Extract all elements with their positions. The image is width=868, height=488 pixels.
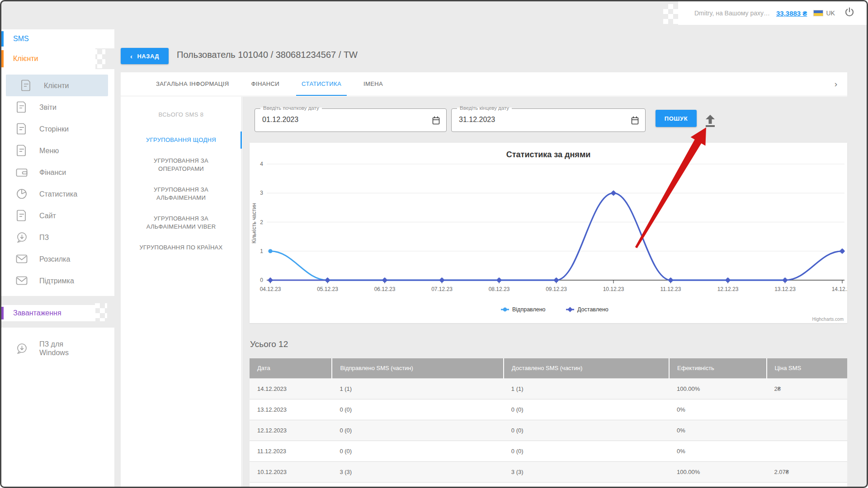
sidebar-item-пз[interactable]: ПЗ: [1, 226, 114, 248]
data-point: [725, 277, 731, 283]
table-cell: 0 (0): [504, 420, 669, 441]
tab-статистика[interactable]: СТАТИСТИКА: [296, 72, 347, 96]
language-switcher[interactable]: UK: [813, 9, 835, 17]
legend-label[interactable]: Відправлено: [512, 306, 546, 313]
sidebar-section-downloads[interactable]: Завантаження: [1, 305, 95, 321]
export-upload-icon[interactable]: [704, 113, 716, 130]
column-header: Доставлено SMS (частин): [504, 358, 669, 378]
clients-accent-bar: [1, 50, 4, 67]
chevron-left-icon: ‹: [130, 52, 133, 60]
x-tick-label: 06.12.23: [374, 286, 396, 292]
submenu-item[interactable]: УГРУПОВАННЯ ЗА АЛЬФАІМЕНАМИ VIBER: [121, 208, 241, 237]
ukraine-flag-icon: [813, 10, 823, 16]
table-cell: 0 (0): [332, 399, 503, 420]
submenu-item[interactable]: УГРУПОВАННЯ ЩОДНЯ: [121, 130, 241, 150]
table-cell: 0%: [669, 399, 766, 420]
submenu-item[interactable]: УГРУПОВАННЯ ЗА ОПЕРАТОРАМИ: [121, 150, 241, 179]
sidebar-section-sms[interactable]: SMS: [1, 29, 114, 48]
x-tick-label: 13.12.23: [774, 286, 796, 292]
sidebar-menu: КлієнтиЗвітиСторінкиМенюФінансиСтатистик…: [1, 69, 114, 296]
table-cell: 3 (3): [332, 461, 503, 482]
downloads-accent-bar: [1, 307, 4, 319]
table-row[interactable]: 10.12.20233 (3)3 (3)100.00%2.07₴: [250, 461, 847, 482]
end-date-input[interactable]: Введіть кінцеву дату 31.12.2023: [451, 108, 646, 132]
table-row[interactable]: 11.12.20230 (0)0 (0)0%: [250, 441, 847, 461]
sidebar-section-sms-label: SMS: [1, 35, 29, 43]
sidebar-item-сайт[interactable]: Сайт: [1, 205, 114, 226]
table-cell: 12.12.2023: [250, 420, 332, 441]
sidebar-item-label: Клієнти: [44, 81, 69, 90]
page-title: Пользователь 101040 / 380681234567 / TW: [177, 50, 358, 60]
pie-icon: [16, 188, 28, 199]
table-row[interactable]: 12.12.20230 (0)0 (0)0%: [250, 420, 847, 441]
sidebar-item-pz-windows[interactable]: ПЗ для Windows: [1, 334, 114, 363]
table-row[interactable]: 14.12.20231 (1)1 (1)100.00%2₴: [250, 378, 847, 399]
table-cell: 100.00%: [669, 461, 766, 482]
mail-icon: [16, 254, 28, 263]
tab-фінанси[interactable]: ФІНАНСИ: [246, 72, 285, 96]
sidebar-item-меню[interactable]: Меню: [1, 140, 114, 161]
sidebar-item-сторінки[interactable]: Сторінки: [1, 118, 114, 140]
data-point: [553, 277, 559, 283]
doc-icon: [16, 101, 28, 113]
sidebar-item-label: ПЗ для Windows: [39, 340, 78, 357]
balance-link[interactable]: 33,3883 ₴: [776, 9, 807, 17]
sidebar-item-клієнти[interactable]: Клієнти: [6, 75, 108, 96]
table-cell: 10.12.2023: [250, 461, 332, 482]
submenu-item[interactable]: УГРУПОВАННЯ ПО КРАЇНАХ: [121, 237, 241, 258]
series-line-Доставлено: [270, 193, 842, 280]
sidebar-item-label: Розсилка: [39, 255, 70, 263]
table-cell: 100.00%: [669, 378, 766, 399]
tab-загальна-інформація[interactable]: ЗАГАЛЬНА ІНФОРМАЦІЯ: [151, 72, 235, 96]
data-point: [496, 277, 502, 283]
data-point: [268, 277, 273, 283]
x-tick-label: 08.12.23: [489, 286, 510, 292]
search-button[interactable]: ПОШУК: [656, 110, 697, 127]
table-cell: 11.12.2023: [250, 441, 332, 461]
sidebar-section-clients[interactable]: Клієнти: [1, 48, 95, 69]
statistics-submenu: ВСЬОГО SMS 8 УГРУПОВАННЯ ЩОДНЯУГРУПОВАНН…: [121, 97, 242, 487]
table-cell: 13.12.2023: [250, 399, 332, 420]
back-button[interactable]: ‹ НАЗАД: [121, 48, 169, 64]
chart-title: Статистика за днями: [506, 150, 591, 159]
table-cell: [767, 399, 848, 420]
table-row[interactable]: 13.12.20230 (0)0 (0)0%: [250, 399, 847, 420]
statistics-content: Введіть початкову дату 01.12.2023 Введіт…: [242, 97, 847, 487]
y-axis-title: Кількість частин: [251, 203, 257, 244]
table-cell: 2.07₴: [767, 461, 848, 482]
sidebar-item-статистика[interactable]: Статистика: [1, 183, 114, 205]
sidebar-item-label: Фінанси: [39, 168, 66, 177]
doc-icon: [20, 80, 32, 91]
tabs-scroll-right-icon[interactable]: ›: [835, 79, 837, 89]
logout-power-icon[interactable]: [844, 7, 855, 19]
submenu-item[interactable]: УГРУПОВАННЯ ЗА АЛЬФАІМЕНАМИ: [121, 179, 241, 208]
tab-імена[interactable]: ІМЕНА: [358, 72, 388, 96]
y-tick-label: 4: [260, 161, 263, 167]
start-date-label: Введіть початкову дату: [260, 105, 322, 111]
calendar-icon[interactable]: [631, 116, 639, 127]
table-header-row: ДатаВідправлено SMS (частин)Доставлено S…: [250, 358, 847, 378]
x-tick-label: 05.12.23: [317, 286, 338, 292]
calendar-icon[interactable]: [432, 116, 440, 127]
legend-label[interactable]: Доставлено: [577, 306, 609, 313]
sidebar-item-label: Сайт: [39, 211, 56, 220]
topbar-user-box: Dmitry, на Вашому раху… 33,3883 ₴ UK: [678, 1, 867, 25]
sidebar-item-розсилка[interactable]: Розсилка: [1, 248, 114, 270]
legend-marker: [567, 307, 573, 312]
table-cell: 1 (1): [504, 378, 669, 399]
sidebar-section-downloads-label: Завантаження: [1, 309, 61, 317]
start-date-input[interactable]: Введіть початкову дату 01.12.2023: [255, 108, 447, 132]
main-panel: ЗАГАЛЬНА ІНФОРМАЦІЯФІНАНСИСТАТИСТИКАІМЕН…: [121, 72, 847, 487]
sidebar-item-підтримка[interactable]: Підтримка: [1, 270, 114, 291]
sidebar-item-label: Меню: [39, 146, 59, 155]
x-tick-label: 07.12.23: [431, 286, 453, 292]
y-tick-label: 3: [260, 190, 263, 196]
checker-decoration: [87, 49, 105, 68]
tab-bar: ЗАГАЛЬНА ІНФОРМАЦІЯФІНАНСИСТАТИСТИКАІМЕН…: [121, 72, 847, 96]
sidebar-item-звіти[interactable]: Звіти: [1, 96, 114, 118]
checker-decoration: [90, 303, 107, 321]
download-icon: [16, 232, 28, 243]
data-point: [382, 277, 387, 283]
sidebar-item-фінанси[interactable]: Фінанси: [1, 161, 114, 183]
table-cell: [767, 420, 848, 441]
